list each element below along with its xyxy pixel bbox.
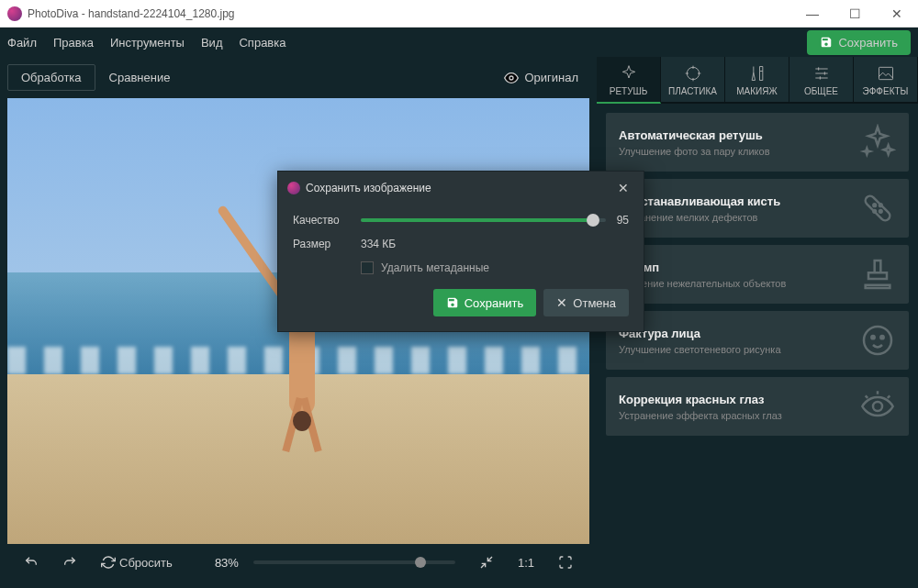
card-red-eye[interactable]: Коррекция красных глазУстранение эффекта… <box>606 377 909 436</box>
checkbox-icon <box>361 261 374 274</box>
makeup-icon <box>748 64 767 83</box>
face-icon <box>859 322 896 359</box>
svg-point-5 <box>879 210 882 213</box>
svg-point-0 <box>509 76 513 80</box>
minimize-button[interactable]: — <box>791 0 834 28</box>
original-label: Оригинал <box>524 71 578 84</box>
card-healing-brush[interactable]: Восстанавливающая кистьУстранение мелких… <box>606 179 909 238</box>
svg-point-4 <box>873 204 876 206</box>
card-stamp[interactable]: ШтампУдаление нежелательных объектов <box>606 245 909 304</box>
tab-makeup[interactable]: МАКИЯЖ <box>725 57 789 102</box>
eye-icon <box>504 71 519 85</box>
redo-button[interactable] <box>53 549 86 575</box>
svg-rect-2 <box>879 67 892 79</box>
delete-metadata-checkbox[interactable]: Удалить метаданные <box>361 261 629 274</box>
quality-label: Качество <box>293 214 361 227</box>
menu-tools[interactable]: Инструменты <box>110 36 185 50</box>
target-icon <box>684 64 702 83</box>
quality-value: 95 <box>617 214 629 227</box>
menu-file[interactable]: Файл <box>7 36 37 50</box>
quality-slider[interactable] <box>361 218 606 222</box>
right-tab-bar: РЕТУШЬ ПЛАСТИКА МАКИЯЖ ОБЩЕЕ ЭФФЕКТЫ <box>597 57 918 104</box>
svg-point-1 <box>687 67 699 79</box>
reset-button[interactable]: Сбросить <box>92 549 182 575</box>
tab-retouch[interactable]: РЕТУШЬ <box>597 57 661 104</box>
tab-processing[interactable]: Обработка <box>7 64 95 91</box>
svg-point-11 <box>873 402 882 411</box>
zoom-percent: 83% <box>215 556 239 570</box>
fullscreen-button[interactable] <box>549 549 582 575</box>
save-button[interactable]: Сохранить <box>807 30 911 55</box>
image-icon <box>877 64 895 83</box>
svg-rect-3 <box>864 194 892 223</box>
dialog-close-button[interactable]: ✕ <box>612 179 634 197</box>
sliders-icon <box>812 64 831 83</box>
svg-point-7 <box>873 210 876 213</box>
save-icon <box>820 36 833 49</box>
dialog-title: Сохранить изображение <box>306 182 607 194</box>
svg-point-10 <box>880 336 883 338</box>
delete-metadata-label: Удалить метаданные <box>381 261 489 274</box>
menu-help[interactable]: Справка <box>239 36 285 50</box>
window-titlebar: PhotoDiva - handstand-2224104_1280.jpg —… <box>0 0 918 28</box>
tab-plastic[interactable]: ПЛАСТИКА <box>661 57 725 102</box>
original-toggle[interactable]: Оригинал <box>493 64 589 91</box>
svg-point-8 <box>864 327 891 354</box>
fit-button[interactable] <box>470 549 503 575</box>
app-logo-icon <box>7 6 22 21</box>
sparkle-icon <box>620 64 638 83</box>
svg-point-6 <box>879 204 882 206</box>
window-title: PhotoDiva - handstand-2224104_1280.jpg <box>28 7 791 20</box>
card-auto-retouch[interactable]: Автоматическая ретушьУлучшение фото за п… <box>606 113 909 172</box>
magic-icon <box>859 124 896 161</box>
close-button[interactable]: ✕ <box>876 0 918 28</box>
tab-compare[interactable]: Сравнение <box>95 64 185 91</box>
save-button-label: Сохранить <box>838 36 898 50</box>
eye-rays-icon <box>859 388 896 425</box>
save-icon <box>446 296 459 309</box>
dialog-logo-icon <box>287 182 300 194</box>
size-value: 334 КБ <box>361 238 396 250</box>
dialog-cancel-button[interactable]: ✕ Отмена <box>543 289 629 316</box>
shrink-icon <box>479 555 494 570</box>
card-face-texture[interactable]: Фактура лицаУлучшение светотеневого рису… <box>606 311 909 370</box>
bandage-icon <box>859 190 896 227</box>
tab-general[interactable]: ОБЩЕЕ <box>789 57 854 102</box>
zoom-slider[interactable] <box>253 560 455 564</box>
ratio-label[interactable]: 1:1 <box>509 550 543 575</box>
save-dialog: Сохранить изображение ✕ Качество 95 Разм… <box>277 171 644 332</box>
menu-bar: Файл Правка Инструменты Вид Справка Сохр… <box>0 28 918 57</box>
menu-edit[interactable]: Правка <box>53 36 94 50</box>
maximize-button[interactable]: ☐ <box>834 0 876 28</box>
reset-label: Сбросить <box>119 556 173 570</box>
stamp-icon <box>859 256 896 293</box>
menu-view[interactable]: Вид <box>201 36 223 50</box>
size-label: Размер <box>293 238 361 250</box>
close-icon: ✕ <box>556 295 567 310</box>
tab-effects[interactable]: ЭФФЕКТЫ <box>854 57 918 102</box>
undo-button[interactable] <box>15 549 48 575</box>
refresh-icon <box>101 555 116 570</box>
expand-icon <box>558 555 573 570</box>
bottom-toolbar: Сбросить 83% 1:1 <box>7 544 589 581</box>
svg-point-9 <box>871 336 874 338</box>
dialog-save-button[interactable]: Сохранить <box>433 289 537 316</box>
